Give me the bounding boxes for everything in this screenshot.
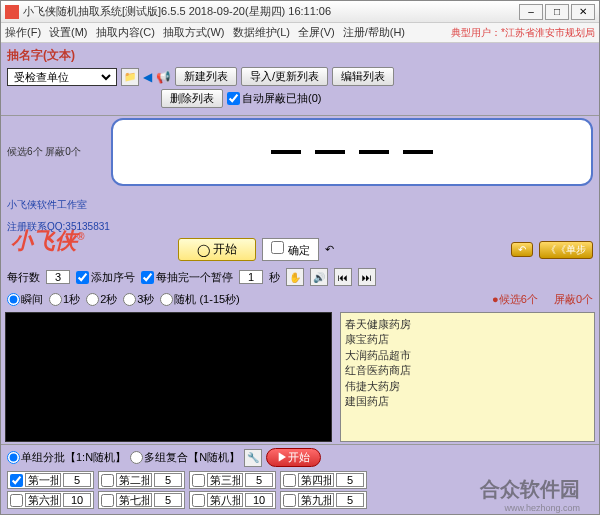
left-pane (1, 310, 336, 444)
sound-icon[interactable]: 📢 (156, 70, 171, 84)
undo-button[interactable]: ↶ (511, 242, 533, 257)
speed-2s-radio[interactable]: 2秒 (86, 292, 117, 307)
result-display (111, 118, 593, 186)
candidate-list[interactable]: 春天健康药房 康宝药店 大润药品超市 红音医药商店 伟捷大药房 建国药店 (340, 312, 595, 442)
contact-label: 注册联系QQ:35135831 (7, 220, 593, 234)
watermark: 合众软件园 (480, 476, 580, 503)
batch-tool-icon[interactable]: 🔧 (244, 449, 262, 467)
speed-row: 瞬间 1秒 2秒 3秒 随机 (1-15秒) ●候选6个 屏蔽0个 (1, 289, 599, 310)
menu-settings[interactable]: 设置(M) (49, 25, 88, 40)
batch-start-button[interactable]: ▶开始 (266, 448, 321, 467)
unit-combo[interactable]: 受检查单位 (7, 68, 117, 86)
result-panel (5, 312, 332, 442)
open-folder-icon[interactable]: 📁 (121, 68, 139, 86)
list-item[interactable]: 康宝药店 (345, 332, 590, 347)
list-item[interactable]: 建国药店 (345, 394, 590, 409)
candidate-header: 候选6个 (499, 293, 538, 305)
import-list-button[interactable]: 导入/更新列表 (241, 67, 328, 86)
delete-list-button[interactable]: 删除列表 (161, 89, 223, 108)
new-list-button[interactable]: 新建列表 (175, 67, 237, 86)
toolbar: 抽名字(文本) 受检查单位 📁 ◀ 📢 新建列表 导入/更新列表 编辑列表 删除… (1, 43, 599, 116)
split-area: 春天健康药房 康宝药店 大润药品超市 红音医药商店 伟捷大药房 建国药店 (1, 310, 599, 444)
list-item[interactable]: 大润药品超市 (345, 348, 590, 363)
multi-batch-radio[interactable]: 多组复合【N随机】 (130, 450, 240, 465)
pause-each-checkbox[interactable]: 每抽完一个暂停 (141, 270, 233, 285)
per-row-input[interactable] (46, 270, 70, 284)
logo: 小飞侠® (11, 226, 84, 256)
maximize-button[interactable]: □ (545, 4, 569, 20)
options-row: 每行数 添加序号 每抽完一个暂停 秒 ✋ 🔊 ⏮ ⏭ (1, 265, 599, 289)
batch-cell-7[interactable] (98, 491, 185, 509)
menu-fullscreen[interactable]: 全屏(V) (298, 25, 335, 40)
center-controls: ◯开始 确定 ↶ ↶ 《《单步 (1, 234, 599, 265)
menu-data[interactable]: 数据维护(L) (233, 25, 290, 40)
menubar: 操作(F) 设置(M) 抽取内容(C) 抽取方式(W) 数据维护(L) 全屏(V… (1, 23, 599, 43)
pause-seconds-input[interactable] (239, 270, 263, 284)
list-item[interactable]: 红音医药商店 (345, 363, 590, 378)
next-icon[interactable]: ⏭ (358, 268, 376, 286)
batch-cell-2[interactable] (98, 471, 185, 489)
shield-header: 屏蔽0个 (554, 292, 593, 307)
add-seq-checkbox[interactable]: 添加序号 (76, 270, 135, 285)
speed-1s-radio[interactable]: 1秒 (49, 292, 80, 307)
batch-cell-9[interactable] (280, 491, 367, 509)
list-item[interactable]: 春天健康药房 (345, 317, 590, 332)
speed-random-radio[interactable]: 随机 (1-15秒) (160, 292, 239, 307)
sound2-icon[interactable]: 🔊 (310, 268, 328, 286)
candidate-count: 候选6个 屏蔽0个 (7, 145, 107, 159)
back-arrow-icon[interactable]: ◀ (143, 70, 152, 84)
batch-cell-1[interactable] (7, 471, 94, 489)
batch-cell-6[interactable] (7, 491, 94, 509)
batch-cell-4[interactable] (280, 471, 367, 489)
watermark-url: www.hezhong.com (504, 503, 580, 513)
app-icon (5, 5, 19, 19)
titlebar: 小飞侠随机抽取系统[测试版]6.5.5 2018-09-20(星期四) 16:1… (1, 1, 599, 23)
prev-icon[interactable]: ⏮ (334, 268, 352, 286)
window-title: 小飞侠随机抽取系统[测试版]6.5.5 2018-09-20(星期四) 16:1… (23, 4, 519, 19)
start-button[interactable]: ◯开始 (178, 238, 256, 261)
list-item[interactable]: 伟捷大药房 (345, 379, 590, 394)
batch-cell-8[interactable] (189, 491, 276, 509)
right-pane: 春天健康药房 康宝药店 大润药品超市 红音医药商店 伟捷大药房 建国药店 (336, 310, 599, 444)
batch-cell-3[interactable] (189, 471, 276, 489)
per-row-label: 每行数 (7, 270, 40, 285)
close-button[interactable]: ✕ (571, 4, 595, 20)
display-area: 候选6个 屏蔽0个 小飞侠® (1, 116, 599, 188)
menu-help[interactable]: 注册/帮助(H) (343, 25, 405, 40)
menu-operate[interactable]: 操作(F) (5, 25, 41, 40)
menu-content[interactable]: 抽取内容(C) (96, 25, 155, 40)
speed-instant-radio[interactable]: 瞬间 (7, 292, 43, 307)
single-step-button[interactable]: 《《单步 (539, 241, 593, 259)
single-batch-radio[interactable]: 单组分批【1:N随机】 (7, 450, 126, 465)
edit-list-button[interactable]: 编辑列表 (332, 67, 394, 86)
speed-3s-radio[interactable]: 3秒 (123, 292, 154, 307)
minimize-button[interactable]: – (519, 4, 543, 20)
confirm-checkbox[interactable]: 确定 (262, 238, 318, 261)
section-label: 抽名字(文本) (7, 47, 75, 64)
menu-method[interactable]: 抽取方式(W) (163, 25, 225, 40)
auto-shield-checkbox[interactable]: 自动屏蔽已抽(0) (227, 91, 321, 106)
studio-label: 小飞侠软件工作室 (7, 198, 593, 212)
undo-icon[interactable]: ↶ (325, 243, 334, 256)
user-info: 典型用户：*江苏省淮安市规划局 (451, 26, 595, 40)
grab-icon[interactable]: ✋ (286, 268, 304, 286)
